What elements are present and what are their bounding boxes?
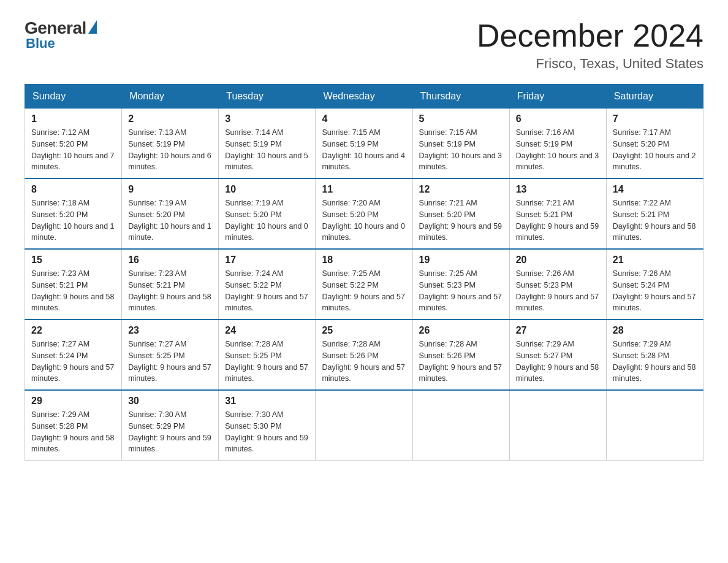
day-number: 29 <box>31 396 115 407</box>
table-row: 23 Sunrise: 7:27 AMSunset: 5:25 PMDaylig… <box>122 320 219 390</box>
table-row: 25 Sunrise: 7:28 AMSunset: 5:26 PMDaylig… <box>316 320 412 390</box>
day-info: Sunrise: 7:25 AMSunset: 5:22 PMDaylight:… <box>322 268 406 314</box>
day-info: Sunrise: 7:13 AMSunset: 5:19 PMDaylight:… <box>128 127 212 173</box>
day-number: 20 <box>516 255 600 266</box>
day-info: Sunrise: 7:24 AMSunset: 5:22 PMDaylight:… <box>225 268 309 314</box>
day-info: Sunrise: 7:18 AMSunset: 5:20 PMDaylight:… <box>31 197 115 243</box>
day-info: Sunrise: 7:19 AMSunset: 5:20 PMDaylight:… <box>225 197 309 243</box>
day-number: 1 <box>31 113 115 124</box>
day-number: 13 <box>516 184 600 195</box>
table-row <box>412 390 509 461</box>
table-row: 30 Sunrise: 7:30 AMSunset: 5:29 PMDaylig… <box>122 390 219 461</box>
calendar-week-row: 22 Sunrise: 7:27 AMSunset: 5:24 PMDaylig… <box>25 320 703 390</box>
day-number: 14 <box>613 184 697 195</box>
table-row: 3 Sunrise: 7:14 AMSunset: 5:19 PMDayligh… <box>219 109 316 179</box>
table-row: 1 Sunrise: 7:12 AMSunset: 5:20 PMDayligh… <box>25 109 122 179</box>
day-info: Sunrise: 7:15 AMSunset: 5:19 PMDaylight:… <box>419 127 503 173</box>
table-row: 10 Sunrise: 7:19 AMSunset: 5:20 PMDaylig… <box>219 178 316 249</box>
day-number: 5 <box>419 113 503 124</box>
table-row: 27 Sunrise: 7:29 AMSunset: 5:27 PMDaylig… <box>509 320 606 390</box>
day-info: Sunrise: 7:29 AMSunset: 5:28 PMDaylight:… <box>613 339 697 385</box>
table-row: 22 Sunrise: 7:27 AMSunset: 5:24 PMDaylig… <box>25 320 122 390</box>
month-title: December 2024 <box>477 18 703 53</box>
day-info: Sunrise: 7:26 AMSunset: 5:24 PMDaylight:… <box>613 268 697 314</box>
day-number: 31 <box>225 396 309 407</box>
day-number: 22 <box>31 325 115 336</box>
table-row: 28 Sunrise: 7:29 AMSunset: 5:28 PMDaylig… <box>606 320 703 390</box>
table-row: 15 Sunrise: 7:23 AMSunset: 5:21 PMDaylig… <box>25 249 122 320</box>
day-info: Sunrise: 7:27 AMSunset: 5:25 PMDaylight:… <box>128 339 212 385</box>
day-info: Sunrise: 7:15 AMSunset: 5:19 PMDaylight:… <box>322 127 406 173</box>
table-row: 7 Sunrise: 7:17 AMSunset: 5:20 PMDayligh… <box>606 109 703 179</box>
day-info: Sunrise: 7:17 AMSunset: 5:20 PMDaylight:… <box>613 127 697 173</box>
col-sunday: Sunday <box>25 85 122 109</box>
table-row <box>606 390 703 461</box>
location-text: Frisco, Texas, United States <box>477 56 703 72</box>
day-number: 6 <box>516 113 600 124</box>
calendar-week-row: 8 Sunrise: 7:18 AMSunset: 5:20 PMDayligh… <box>25 178 703 249</box>
table-row: 8 Sunrise: 7:18 AMSunset: 5:20 PMDayligh… <box>25 178 122 249</box>
day-number: 15 <box>31 255 115 266</box>
day-number: 18 <box>322 255 406 266</box>
day-number: 9 <box>128 184 212 195</box>
table-row: 29 Sunrise: 7:29 AMSunset: 5:28 PMDaylig… <box>25 390 122 461</box>
day-number: 12 <box>419 184 503 195</box>
table-row: 9 Sunrise: 7:19 AMSunset: 5:20 PMDayligh… <box>122 178 219 249</box>
day-info: Sunrise: 7:14 AMSunset: 5:19 PMDaylight:… <box>225 127 309 173</box>
day-number: 21 <box>613 255 697 266</box>
day-info: Sunrise: 7:12 AMSunset: 5:20 PMDaylight:… <box>31 127 115 173</box>
day-info: Sunrise: 7:29 AMSunset: 5:27 PMDaylight:… <box>516 339 600 385</box>
day-number: 4 <box>322 113 406 124</box>
table-row: 4 Sunrise: 7:15 AMSunset: 5:19 PMDayligh… <box>316 109 412 179</box>
day-info: Sunrise: 7:23 AMSunset: 5:21 PMDaylight:… <box>31 268 115 314</box>
day-number: 30 <box>128 396 212 407</box>
logo-triangle-icon <box>88 20 97 34</box>
col-thursday: Thursday <box>412 85 509 109</box>
day-info: Sunrise: 7:26 AMSunset: 5:23 PMDaylight:… <box>516 268 600 314</box>
day-number: 26 <box>419 325 503 336</box>
day-number: 28 <box>613 325 697 336</box>
day-number: 11 <box>322 184 406 195</box>
table-row: 24 Sunrise: 7:28 AMSunset: 5:25 PMDaylig… <box>219 320 316 390</box>
table-row: 21 Sunrise: 7:26 AMSunset: 5:24 PMDaylig… <box>606 249 703 320</box>
day-info: Sunrise: 7:28 AMSunset: 5:25 PMDaylight:… <box>225 339 309 385</box>
day-number: 16 <box>128 255 212 266</box>
day-info: Sunrise: 7:30 AMSunset: 5:29 PMDaylight:… <box>128 409 212 455</box>
table-row: 31 Sunrise: 7:30 AMSunset: 5:30 PMDaylig… <box>219 390 316 461</box>
table-row: 16 Sunrise: 7:23 AMSunset: 5:21 PMDaylig… <box>122 249 219 320</box>
table-row: 20 Sunrise: 7:26 AMSunset: 5:23 PMDaylig… <box>509 249 606 320</box>
calendar-week-row: 15 Sunrise: 7:23 AMSunset: 5:21 PMDaylig… <box>25 249 703 320</box>
day-number: 23 <box>128 325 212 336</box>
day-number: 19 <box>419 255 503 266</box>
day-number: 2 <box>128 113 212 124</box>
table-row: 6 Sunrise: 7:16 AMSunset: 5:19 PMDayligh… <box>509 109 606 179</box>
day-info: Sunrise: 7:28 AMSunset: 5:26 PMDaylight:… <box>322 339 406 385</box>
table-row <box>509 390 606 461</box>
day-info: Sunrise: 7:28 AMSunset: 5:26 PMDaylight:… <box>419 339 503 385</box>
day-number: 17 <box>225 255 309 266</box>
table-row: 11 Sunrise: 7:20 AMSunset: 5:20 PMDaylig… <box>316 178 412 249</box>
calendar-week-row: 29 Sunrise: 7:29 AMSunset: 5:28 PMDaylig… <box>25 390 703 461</box>
day-info: Sunrise: 7:30 AMSunset: 5:30 PMDaylight:… <box>225 409 309 455</box>
col-friday: Friday <box>509 85 606 109</box>
table-row: 5 Sunrise: 7:15 AMSunset: 5:19 PMDayligh… <box>412 109 509 179</box>
day-number: 3 <box>225 113 309 124</box>
day-info: Sunrise: 7:23 AMSunset: 5:21 PMDaylight:… <box>128 268 212 314</box>
table-row: 13 Sunrise: 7:21 AMSunset: 5:21 PMDaylig… <box>509 178 606 249</box>
day-info: Sunrise: 7:16 AMSunset: 5:19 PMDaylight:… <box>516 127 600 173</box>
day-info: Sunrise: 7:21 AMSunset: 5:21 PMDaylight:… <box>516 197 600 243</box>
table-row: 2 Sunrise: 7:13 AMSunset: 5:19 PMDayligh… <box>122 109 219 179</box>
table-row: 12 Sunrise: 7:21 AMSunset: 5:20 PMDaylig… <box>412 178 509 249</box>
table-row: 26 Sunrise: 7:28 AMSunset: 5:26 PMDaylig… <box>412 320 509 390</box>
day-info: Sunrise: 7:20 AMSunset: 5:20 PMDaylight:… <box>322 197 406 243</box>
day-info: Sunrise: 7:29 AMSunset: 5:28 PMDaylight:… <box>31 409 115 455</box>
table-row: 18 Sunrise: 7:25 AMSunset: 5:22 PMDaylig… <box>316 249 412 320</box>
col-wednesday: Wednesday <box>316 85 412 109</box>
calendar-week-row: 1 Sunrise: 7:12 AMSunset: 5:20 PMDayligh… <box>25 109 703 179</box>
calendar-table: Sunday Monday Tuesday Wednesday Thursday… <box>25 84 703 461</box>
day-info: Sunrise: 7:21 AMSunset: 5:20 PMDaylight:… <box>419 197 503 243</box>
title-section: December 2024 Frisco, Texas, United Stat… <box>477 18 703 72</box>
table-row <box>316 390 412 461</box>
day-info: Sunrise: 7:27 AMSunset: 5:24 PMDaylight:… <box>31 339 115 385</box>
day-info: Sunrise: 7:19 AMSunset: 5:20 PMDaylight:… <box>128 197 212 243</box>
